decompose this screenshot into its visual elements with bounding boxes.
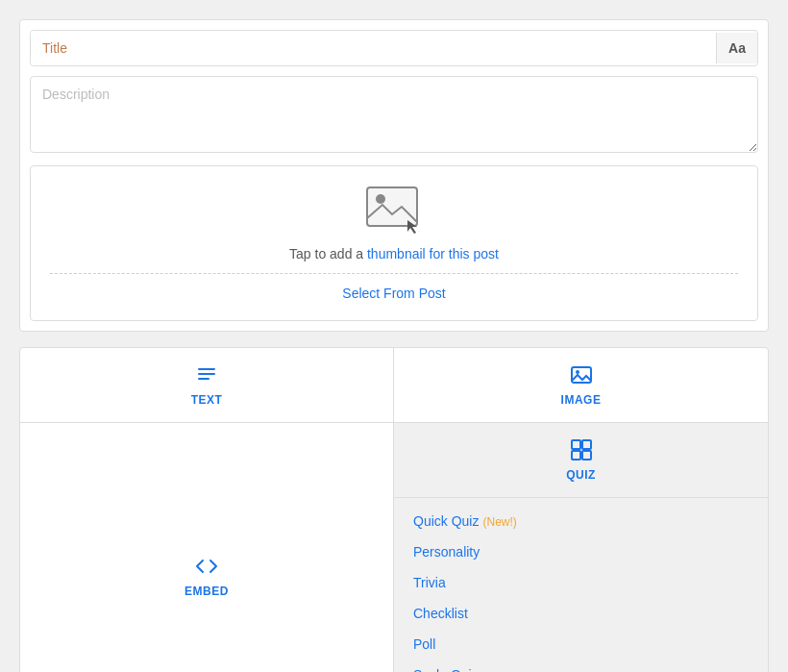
svg-rect-0 (367, 187, 417, 226)
svg-point-6 (576, 370, 579, 374)
description-textarea[interactable] (30, 76, 758, 153)
quiz-option-personality[interactable]: Personality (394, 536, 768, 567)
grid-bottom-row: EMBED QUIZ (20, 423, 768, 672)
quiz-option-trivia[interactable]: Trivia (394, 567, 768, 598)
thumbnail-icon (365, 186, 423, 236)
thumbnail-section[interactable]: Tap to add a thumbnail for this post Sel… (30, 165, 758, 321)
thumbnail-caption: Tap to add a thumbnail for this post (50, 246, 738, 261)
image-label: IMAGE (561, 393, 602, 407)
main-container: Aa Tap to add a thumbnail for this post … (10, 10, 778, 672)
quiz-option-quick-quiz[interactable]: Quick Quiz(New!) (394, 506, 768, 536)
select-from-post-link[interactable]: Select From Post (342, 286, 445, 301)
embed-cell[interactable]: EMBED (20, 423, 394, 672)
quiz-label: QUIZ (566, 468, 596, 482)
quiz-dropdown: Quick Quiz(New!) Personality Trivia Chec… (394, 498, 768, 672)
image-cell[interactable]: IMAGE (394, 348, 768, 423)
svg-rect-5 (572, 367, 591, 383)
image-icon (570, 363, 593, 389)
embed-icon (195, 555, 218, 581)
svg-rect-10 (582, 451, 591, 460)
quiz-icon (570, 438, 593, 464)
text-label: TEXT (191, 393, 223, 407)
svg-point-1 (376, 194, 385, 204)
quiz-option-scale-quiz[interactable]: Scale Quiz (394, 660, 768, 672)
quiz-panel: QUIZ Quick Quiz(New!) Personality Trivia… (394, 423, 768, 672)
divider (50, 273, 738, 274)
thumbnail-link[interactable]: thumbnail for this post (367, 246, 499, 261)
title-row: Aa (30, 30, 758, 66)
svg-rect-8 (582, 440, 591, 449)
post-form-card: Aa Tap to add a thumbnail for this post … (19, 19, 769, 332)
text-cell[interactable]: TEXT (20, 348, 394, 423)
aa-button[interactable]: Aa (716, 33, 757, 63)
grid-top-row: TEXT IMAGE (20, 348, 768, 423)
embed-label: EMBED (185, 585, 229, 598)
quiz-option-checklist[interactable]: Checklist (394, 598, 768, 629)
text-icon (195, 363, 218, 389)
content-type-grid: TEXT IMAGE (19, 347, 769, 672)
svg-rect-2 (198, 368, 215, 370)
title-input[interactable] (31, 31, 716, 65)
svg-rect-9 (572, 451, 580, 460)
svg-rect-7 (572, 440, 580, 449)
svg-rect-3 (198, 373, 215, 375)
quiz-cell[interactable]: QUIZ (394, 423, 768, 498)
quiz-option-poll[interactable]: Poll (394, 629, 768, 660)
svg-rect-4 (198, 378, 209, 380)
